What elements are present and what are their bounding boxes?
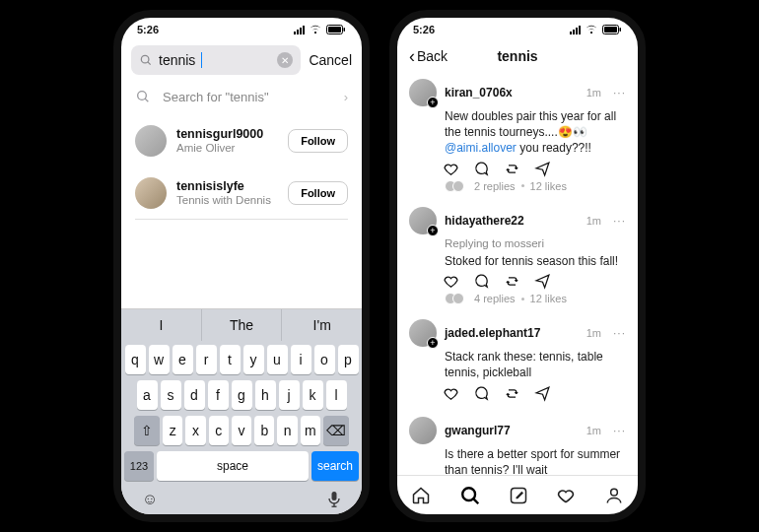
post-text: New doubles pair this year for all the t… (409, 106, 626, 161)
post-text: Is there a better sport for summer than … (409, 444, 626, 475)
replies-count[interactable]: 4 replies (474, 293, 516, 304)
post-username[interactable]: kiran_0706x (445, 86, 513, 100)
key-s[interactable]: s (161, 380, 181, 410)
key-u[interactable]: u (267, 345, 288, 374)
post-actions (409, 273, 626, 290)
key-v[interactable]: v (232, 416, 251, 445)
follow-button[interactable]: Follow (288, 181, 348, 205)
key-a[interactable]: a (137, 380, 158, 410)
comment-icon[interactable] (473, 385, 490, 402)
avatar (135, 125, 167, 157)
key-w[interactable]: w (149, 345, 170, 374)
key-y[interactable]: y (243, 345, 264, 374)
comment-icon[interactable] (473, 273, 490, 290)
repost-icon[interactable] (504, 273, 520, 290)
key-n[interactable]: n (277, 416, 297, 445)
user-result-row[interactable]: tennisislyfe Tennis with Dennis Follow (135, 167, 348, 220)
tab-activity[interactable] (556, 486, 576, 505)
follow-button[interactable]: Follow (288, 129, 348, 153)
key-q[interactable]: q (125, 345, 146, 374)
like-icon[interactable] (443, 273, 459, 290)
likes-count[interactable]: 12 likes (530, 180, 567, 192)
key-p[interactable]: p (338, 345, 359, 374)
avatar[interactable]: + (409, 79, 437, 106)
likes-count[interactable]: 12 likes (530, 293, 567, 304)
emoji-key[interactable]: ☺ (142, 491, 158, 508)
more-icon[interactable]: ··· (613, 326, 626, 340)
search-for-row[interactable]: Search for "tennis" › (135, 79, 348, 115)
text-cursor (201, 52, 202, 68)
shift-key[interactable]: ⇧ (134, 416, 160, 445)
post-meta: 4 replies12 likes (409, 290, 626, 304)
post-username[interactable]: gwangurl77 (445, 424, 511, 437)
key-f[interactable]: f (208, 380, 229, 410)
key-l[interactable]: l (326, 380, 347, 410)
search-results-list: Search for "tennis" › tennisgurl9000 Ami… (121, 79, 362, 220)
post-time: 1m (586, 87, 601, 99)
more-icon[interactable]: ··· (613, 214, 626, 228)
space-key[interactable]: space (157, 451, 309, 481)
nav-bar: ‹ Back tennis (397, 41, 638, 71)
key-m[interactable]: m (301, 416, 320, 445)
key-h[interactable]: h (255, 380, 276, 410)
comment-icon[interactable] (473, 161, 490, 177)
avatar[interactable] (409, 417, 437, 444)
post-username[interactable]: hidayathere22 (445, 214, 524, 228)
avatar[interactable]: + (409, 319, 437, 347)
keyboard-suggestions: I The I'm (121, 308, 362, 341)
user-result-row[interactable]: tennisgurl9000 Amie Oliver Follow (135, 115, 348, 167)
tab-profile[interactable] (604, 486, 624, 505)
follow-plus-icon[interactable]: + (427, 97, 439, 108)
post-text: Replying to mosseriStoked for tennis sea… (409, 234, 626, 274)
like-icon[interactable] (443, 161, 459, 177)
repost-icon[interactable] (504, 161, 520, 177)
more-icon[interactable]: ··· (613, 86, 626, 100)
numbers-key[interactable]: 123 (124, 451, 154, 481)
tab-search[interactable] (459, 485, 481, 506)
more-icon[interactable]: ··· (613, 424, 626, 437)
key-j[interactable]: j (279, 380, 300, 410)
status-indicators (294, 25, 346, 34)
cancel-button[interactable]: Cancel (309, 52, 352, 68)
post-time: 1m (586, 327, 601, 339)
svg-rect-1 (328, 27, 341, 33)
key-k[interactable]: k (303, 380, 323, 410)
key-c[interactable]: c (209, 416, 229, 445)
mention[interactable]: @aimi.allover (445, 141, 517, 155)
key-d[interactable]: d (184, 380, 205, 410)
suggestion[interactable]: I'm (282, 309, 362, 341)
backspace-key[interactable]: ⌫ (323, 416, 349, 445)
suggestion[interactable]: I (121, 309, 202, 341)
post-meta: 2 replies12 likes (409, 177, 626, 192)
share-icon[interactable] (534, 385, 551, 402)
search-key[interactable]: search (311, 451, 359, 481)
key-b[interactable]: b (254, 416, 274, 445)
key-r[interactable]: r (196, 345, 217, 374)
dictation-key[interactable] (327, 491, 341, 508)
key-i[interactable]: i (291, 345, 311, 374)
share-icon[interactable] (534, 161, 551, 177)
key-e[interactable]: e (172, 345, 193, 374)
user-names: tennisgurl9000 Amie Oliver (176, 127, 263, 156)
suggestion[interactable]: The (202, 309, 283, 341)
share-icon[interactable] (534, 273, 551, 290)
key-z[interactable]: z (163, 416, 182, 445)
key-g[interactable]: g (232, 380, 252, 410)
replies-count[interactable]: 2 replies (474, 180, 516, 192)
tab-home[interactable] (411, 486, 431, 505)
feed: +kiran_0706x1m···New doubles pair this y… (397, 71, 638, 475)
tab-compose[interactable] (509, 486, 528, 505)
like-icon[interactable] (443, 385, 459, 402)
key-o[interactable]: o (314, 345, 335, 374)
key-t[interactable]: t (220, 345, 241, 374)
svg-rect-12 (620, 28, 622, 32)
post-username[interactable]: jaded.elephant17 (445, 326, 540, 340)
clear-search-icon[interactable]: ✕ (277, 52, 293, 68)
back-button[interactable]: ‹ Back (409, 47, 448, 65)
repost-icon[interactable] (504, 385, 520, 402)
follow-plus-icon[interactable]: + (427, 225, 439, 236)
avatar[interactable]: + (409, 207, 437, 234)
key-x[interactable]: x (185, 416, 205, 445)
search-field[interactable]: tennis ✕ (131, 45, 301, 75)
post: +kiran_0706x1m···New doubles pair this y… (409, 71, 626, 199)
